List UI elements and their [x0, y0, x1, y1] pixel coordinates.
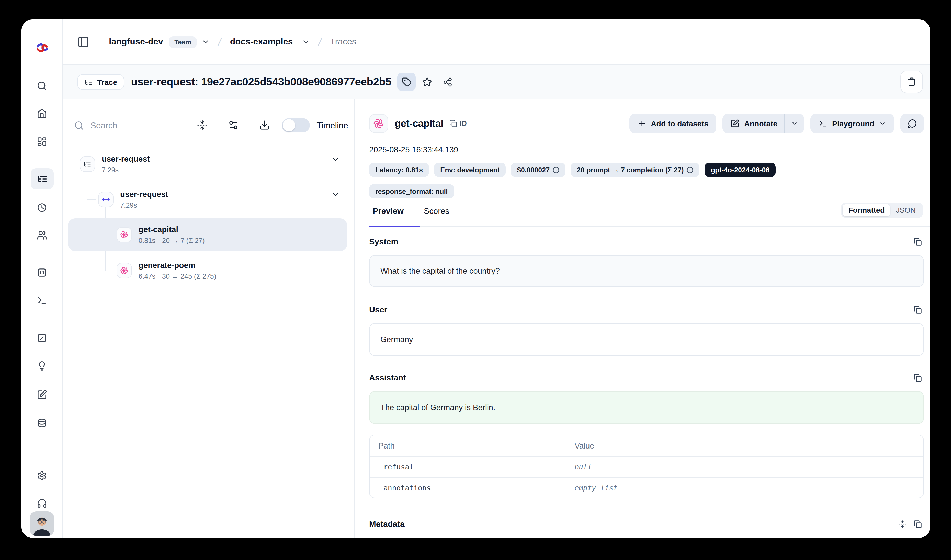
- format-json-option[interactable]: JSON: [890, 204, 921, 216]
- cost-badge[interactable]: $0.000027: [511, 163, 566, 177]
- plus-icon: [637, 119, 646, 128]
- node-tokens: 20 → 7 (Σ 27): [162, 236, 205, 245]
- terminal-icon: [819, 119, 828, 128]
- node-label: generate-poem: [138, 260, 216, 270]
- tree-node-generation-selected[interactable]: get-capital 0.81s20 → 7 (Σ 27): [68, 218, 347, 251]
- delete-trace-button[interactable]: [900, 71, 923, 93]
- sidebar-datasets-icon[interactable]: [33, 414, 51, 432]
- chevron-down-icon[interactable]: [331, 155, 340, 164]
- tree-settings-button[interactable]: [228, 120, 240, 131]
- info-icon: [687, 166, 694, 173]
- sidebar-prompts-icon[interactable]: [33, 264, 51, 281]
- comments-button[interactable]: [900, 113, 924, 133]
- generation-icon: [117, 227, 132, 242]
- collapse-all-button[interactable]: [197, 120, 208, 131]
- copy-system-button[interactable]: [914, 238, 922, 246]
- model-badge[interactable]: gpt-4o-2024-08-06: [705, 163, 776, 177]
- langfuse-logo: [35, 41, 49, 55]
- bookmark-star-button[interactable]: [418, 72, 436, 91]
- latency-badge: Latency: 0.81s: [369, 163, 429, 177]
- node-duration: 6.47s: [138, 272, 155, 281]
- format-toggle: Formatted JSON: [841, 203, 923, 218]
- add-to-datasets-label: Add to datasets: [651, 119, 708, 128]
- timeline-toggle[interactable]: [282, 118, 310, 132]
- timeline-label: Timeline: [317, 120, 348, 130]
- chevron-down-icon[interactable]: [331, 190, 340, 199]
- add-to-datasets-button[interactable]: Add to datasets: [629, 113, 717, 133]
- breadcrumb-project[interactable]: docs-examples: [230, 37, 293, 47]
- sidebar-settings-icon[interactable]: [33, 467, 51, 484]
- user-content: Germany: [380, 335, 413, 344]
- fold-vertical-icon: [898, 520, 906, 528]
- system-message-box: What is the capital of the country?: [369, 255, 924, 287]
- share-button[interactable]: [439, 72, 457, 91]
- search-icon: [74, 120, 84, 130]
- metadata-label: Metadata: [369, 520, 405, 529]
- trace-header-row: Trace user-request: 19e27ac025d543b008e9…: [63, 65, 930, 99]
- star-icon: [422, 77, 432, 87]
- playground-button[interactable]: Playground: [811, 113, 894, 133]
- node-duration: 7.29s: [120, 201, 137, 210]
- panel-left-icon[interactable]: [77, 36, 89, 48]
- assistant-section-header: Assistant: [369, 372, 922, 383]
- env-badge: Env: development: [434, 163, 506, 177]
- assistant-label: Assistant: [369, 373, 406, 383]
- search-input[interactable]: [91, 120, 197, 130]
- copy-user-button[interactable]: [914, 306, 922, 314]
- expand-metadata-button[interactable]: [898, 520, 906, 528]
- copy-icon: [450, 119, 457, 127]
- tree-node-generation[interactable]: generate-poem 6.47s30 → 245 (Σ 275): [68, 254, 347, 287]
- user-section-header: User: [369, 304, 922, 315]
- user-avatar[interactable]: [30, 511, 54, 536]
- annotate-button[interactable]: Annotate: [723, 113, 785, 133]
- sidebar: [22, 19, 63, 538]
- sidebar-tracing-icon[interactable]: [31, 168, 54, 189]
- tree-search[interactable]: [74, 120, 197, 130]
- sidebar-playground-icon[interactable]: [33, 292, 51, 309]
- share-icon: [443, 77, 452, 87]
- sidebar-home-icon[interactable]: [33, 105, 51, 122]
- chevron-down-icon[interactable]: [202, 38, 209, 46]
- format-formatted-option[interactable]: Formatted: [843, 204, 890, 216]
- detail-tabs: Preview Scores Formatted JSON: [369, 205, 930, 226]
- tag-icon: [402, 77, 412, 87]
- table-row: annotations empty list: [370, 477, 923, 498]
- tokens-badge[interactable]: 20 prompt → 7 completion (Σ 27): [571, 163, 699, 177]
- chevron-down-icon[interactable]: [302, 38, 310, 46]
- generation-icon: [117, 263, 132, 278]
- table-cell-path: refusal: [370, 463, 574, 471]
- annotate-dropdown-button[interactable]: [785, 113, 805, 133]
- observation-title: get-capital: [395, 117, 443, 129]
- sidebar-insights-icon[interactable]: [33, 357, 51, 375]
- user-label: User: [369, 305, 387, 314]
- node-duration: 7.29s: [102, 165, 118, 175]
- sidebar-scores-icon[interactable]: [33, 329, 51, 347]
- observation-detail-panel: get-capital ID Add to datasets Annotate: [355, 99, 930, 538]
- tree-node-span[interactable]: user-request 7.29s: [68, 183, 347, 216]
- chevron-down-icon: [879, 120, 886, 127]
- breadcrumb-section[interactable]: Traces: [330, 37, 356, 47]
- trash-icon: [907, 77, 916, 86]
- sidebar-annotation-icon[interactable]: [33, 386, 51, 403]
- tree-node-trace[interactable]: user-request 7.29s: [68, 148, 347, 180]
- breadcrumb-org[interactable]: langfuse-dev: [109, 37, 163, 47]
- topbar: langfuse-dev Team / docs-examples / Trac…: [63, 19, 930, 65]
- tab-preview[interactable]: Preview: [373, 207, 404, 216]
- node-label: get-capital: [138, 224, 205, 234]
- trace-type-badge: Trace: [77, 74, 124, 90]
- download-button[interactable]: [260, 120, 271, 131]
- sidebar-dashboard-icon[interactable]: [33, 133, 51, 150]
- copy-assistant-button[interactable]: [914, 374, 922, 382]
- sidebar-sessions-icon[interactable]: [33, 199, 51, 216]
- info-icon: [553, 166, 559, 173]
- tab-scores[interactable]: Scores: [424, 207, 449, 216]
- sidebar-support-icon[interactable]: [33, 495, 51, 512]
- copy-metadata-button[interactable]: [914, 520, 922, 528]
- sidebar-users-icon[interactable]: [33, 226, 51, 244]
- copy-id-button[interactable]: ID: [450, 119, 467, 127]
- span-icon: [98, 192, 114, 207]
- tag-button[interactable]: [397, 72, 416, 91]
- assistant-message-box: The capital of Germany is Berlin.: [369, 391, 924, 424]
- sidebar-search-icon[interactable]: [33, 77, 51, 95]
- table-cell-path: annotations: [370, 483, 574, 492]
